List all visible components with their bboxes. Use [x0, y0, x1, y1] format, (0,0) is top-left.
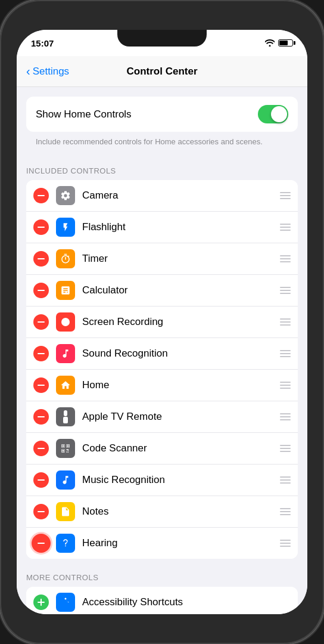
- minus-icon: [38, 448, 45, 449]
- remove-home-button[interactable]: [33, 377, 49, 393]
- code-scanner-icon: [56, 439, 75, 458]
- back-label: Settings: [33, 66, 69, 78]
- status-time: 15:07: [31, 38, 54, 48]
- more-controls-header: MORE CONTROLS: [17, 568, 307, 587]
- minus-icon: [38, 195, 45, 196]
- minus-icon: [38, 290, 45, 291]
- screen-recording-icon: [56, 312, 75, 332]
- camera-icon: [56, 186, 75, 205]
- apple-tv-remote-label: Apple TV Remote: [82, 411, 273, 423]
- battery-icon: [278, 39, 293, 47]
- sound-recognition-drag-handle[interactable]: [280, 350, 291, 357]
- home-controls-label: Show Home Controls: [36, 109, 132, 120]
- home-controls-description: Include recommended controls for Home ac…: [26, 132, 298, 157]
- home-controls-section: Show Home Controls Include recommended c…: [17, 87, 307, 162]
- hearing-icon: [56, 534, 75, 553]
- hearing-label: Hearing: [82, 537, 273, 549]
- home-label: Home: [82, 379, 273, 391]
- remove-code-scanner-button[interactable]: [33, 441, 49, 456]
- remove-music-recognition-button[interactable]: [33, 472, 49, 488]
- accessibility-shortcuts-label: Accessibility Shortcuts: [82, 596, 291, 608]
- included-controls-list: Camera: [26, 180, 298, 559]
- calculator-icon: [56, 281, 75, 300]
- sound-recognition-icon: [56, 344, 75, 363]
- timer-drag-handle[interactable]: [280, 255, 291, 262]
- list-item: Music Recognition: [26, 465, 298, 496]
- remove-flashlight-button[interactable]: [33, 219, 49, 235]
- minus-icon: [38, 416, 45, 417]
- minus-icon: [38, 353, 45, 354]
- back-button[interactable]: ‹ Settings: [26, 66, 69, 78]
- list-item: Code Scanner: [26, 433, 298, 465]
- nav-bar: ‹ Settings Control Center: [17, 56, 307, 87]
- flashlight-label: Flashlight: [82, 221, 273, 233]
- timer-label: Timer: [82, 253, 273, 265]
- remove-screen-recording-button[interactable]: [33, 314, 49, 330]
- apple-tv-remote-drag-handle[interactable]: [280, 413, 291, 420]
- minus-icon: [38, 258, 45, 259]
- remove-hearing-button[interactable]: [33, 535, 49, 551]
- remove-sound-recognition-button[interactable]: [33, 346, 49, 361]
- list-item: Notes: [26, 496, 298, 528]
- more-controls-section: MORE CONTROLS: [17, 568, 307, 614]
- list-item: Calculator: [26, 275, 298, 306]
- list-item: Flashlight: [26, 212, 298, 243]
- list-item: Apple TV Remote: [26, 401, 298, 433]
- home-drag-handle[interactable]: [280, 382, 291, 389]
- remove-apple-tv-remote-button[interactable]: [33, 409, 49, 425]
- remove-timer-button[interactable]: [33, 251, 49, 267]
- svg-point-2: [65, 598, 67, 600]
- home-controls-card: Show Home Controls: [26, 97, 298, 132]
- remove-notes-button[interactable]: [33, 504, 49, 519]
- list-item: Timer: [26, 243, 298, 275]
- home-controls-toggle[interactable]: [258, 105, 288, 123]
- accessibility-shortcuts-icon: [56, 593, 75, 612]
- minus-icon: [38, 543, 45, 544]
- screen-recording-drag-handle[interactable]: [280, 318, 291, 326]
- list-item: Sound Recognition: [26, 338, 298, 370]
- minus-icon: [38, 511, 45, 512]
- status-icons: [265, 39, 293, 47]
- list-item: Hearing: [26, 528, 298, 559]
- apple-tv-remote-icon: [56, 407, 75, 426]
- notes-drag-handle[interactable]: [280, 508, 291, 515]
- remove-camera-button[interactable]: [33, 188, 49, 203]
- list-item: Camera: [26, 180, 298, 212]
- minus-icon: [38, 385, 45, 386]
- main-content: Show Home Controls Include recommended c…: [17, 87, 307, 614]
- hearing-drag-handle[interactable]: [280, 540, 291, 547]
- list-item: Screen Recording: [26, 306, 298, 338]
- wifi-icon: [265, 39, 275, 47]
- notes-label: Notes: [82, 506, 273, 518]
- included-controls-header: INCLUDED CONTROLS: [17, 162, 307, 180]
- page-title: Control Center: [127, 66, 198, 78]
- remove-calculator-button[interactable]: [33, 283, 49, 298]
- music-recognition-label: Music Recognition: [82, 474, 273, 486]
- notch: [117, 30, 207, 47]
- more-controls-list: Accessibility Shortcuts: [26, 587, 298, 614]
- toggle-knob: [271, 106, 287, 122]
- music-recognition-drag-handle[interactable]: [280, 476, 291, 484]
- camera-label: Camera: [82, 190, 273, 202]
- svg-rect-0: [64, 410, 67, 416]
- screen-recording-label: Screen Recording: [82, 316, 273, 328]
- home-icon: [56, 376, 75, 395]
- svg-rect-1: [63, 417, 68, 423]
- notes-icon: [56, 502, 75, 521]
- code-scanner-drag-handle[interactable]: [280, 445, 291, 452]
- calculator-drag-handle[interactable]: [280, 287, 291, 294]
- camera-drag-handle[interactable]: [280, 192, 291, 199]
- add-accessibility-shortcuts-button[interactable]: [33, 595, 49, 610]
- minus-icon: [38, 321, 45, 323]
- minus-icon: [38, 479, 45, 481]
- list-item: Accessibility Shortcuts: [26, 587, 298, 614]
- flashlight-drag-handle[interactable]: [280, 224, 291, 231]
- battery-fill: [279, 41, 288, 45]
- timer-icon: [56, 249, 75, 268]
- flashlight-icon: [56, 218, 75, 237]
- calculator-label: Calculator: [82, 284, 273, 296]
- sound-recognition-label: Sound Recognition: [82, 348, 273, 360]
- code-scanner-label: Code Scanner: [82, 442, 273, 454]
- back-chevron-icon: ‹: [26, 65, 30, 77]
- list-item: Home: [26, 370, 298, 401]
